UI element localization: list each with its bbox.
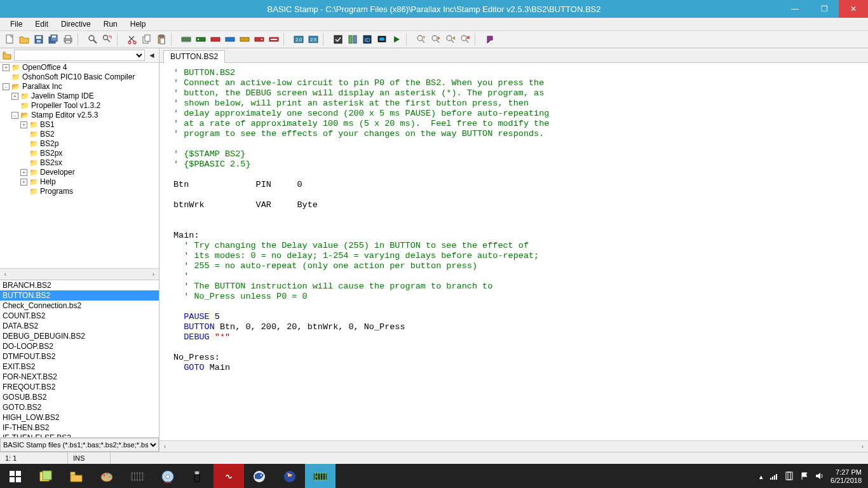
tree-expander-icon[interactable]: +: [20, 169, 27, 176]
print-icon[interactable]: [61, 32, 75, 46]
menu-run[interactable]: Run: [97, 18, 124, 30]
window-close-button[interactable]: [839, 0, 868, 18]
tab-button-bs2[interactable]: BUTTON.BS2: [163, 50, 225, 63]
file-list-item[interactable]: GOSUB.BS2: [0, 392, 159, 402]
tree-item[interactable]: +Developer: [0, 168, 159, 177]
tray-volume-icon[interactable]: [815, 471, 824, 482]
taskbar-pdf-icon[interactable]: [214, 464, 244, 488]
folder-tree[interactable]: +OpenOffice 4OshonSoft PIC10 Basic Compi…: [0, 63, 159, 268]
file-list-item[interactable]: FOR-NEXT.BS2: [0, 372, 159, 382]
file-list-item[interactable]: IF-THEN.BS2: [0, 423, 159, 433]
file-list-item[interactable]: EXIT.BS2: [0, 362, 159, 372]
editor-hscroll[interactable]: ‹›: [159, 440, 868, 452]
tree-item[interactable]: -Parallax Inc: [0, 82, 159, 92]
copy-icon[interactable]: [140, 32, 154, 46]
tree-expander-icon[interactable]: +: [3, 64, 10, 71]
tray-action-center-icon[interactable]: [785, 471, 794, 482]
tree-item[interactable]: Propeller Tool v1.3.2: [0, 101, 159, 111]
paste-icon[interactable]: [154, 32, 168, 46]
pbasic20-icon[interactable]: 2.0: [292, 32, 306, 46]
folder-path-combo[interactable]: [14, 50, 145, 61]
menu-edit[interactable]: Edit: [29, 18, 55, 30]
file-list-item[interactable]: DEBUG_DEBUGIN.BS2: [0, 331, 159, 341]
file-filter-combo[interactable]: BASIC Stamp files (*.bs1;*.bas;*.bs2;*.b…: [0, 438, 159, 452]
syntax-check-icon[interactable]: [331, 32, 345, 46]
file-list[interactable]: BRANCH.BS2BUTTON.BS2Check_Connection.bs2…: [0, 280, 159, 437]
window-maximize-button[interactable]: [810, 0, 839, 18]
bookmark-icon[interactable]: [414, 32, 428, 46]
find-replace-icon[interactable]: [100, 32, 114, 46]
find-icon[interactable]: [86, 32, 100, 46]
bookmark-prev-icon[interactable]: [444, 32, 458, 46]
tree-item[interactable]: OshonSoft PIC10 Basic Compiler: [0, 72, 159, 82]
new-file-icon[interactable]: [3, 32, 17, 46]
taskbar-basicstamp-icon[interactable]: [305, 464, 336, 488]
tray-clock[interactable]: 7:27 PM 6/21/2018: [831, 468, 862, 485]
tree-item[interactable]: BS2px: [0, 149, 159, 158]
stamp-bs2p-icon[interactable]: [238, 32, 252, 46]
bookmark-clear-icon[interactable]: [458, 32, 472, 46]
stamp-bs2-icon[interactable]: [194, 32, 208, 46]
memory-map-icon[interactable]: [346, 32, 360, 46]
tree-item[interactable]: +Help: [0, 177, 159, 187]
bookmark-next-icon[interactable]: [429, 32, 443, 46]
tree-item[interactable]: +BS1: [0, 120, 159, 130]
tree-item[interactable]: +OpenOffice 4: [0, 63, 159, 72]
identify-icon[interactable]: ID: [360, 32, 374, 46]
debug-icon[interactable]: [375, 32, 389, 46]
taskbar-thunderbird-icon[interactable]: [244, 464, 275, 488]
menu-file[interactable]: File: [4, 18, 29, 30]
run-icon[interactable]: [390, 32, 403, 46]
stamp-bs1-icon[interactable]: [179, 32, 193, 46]
tree-item[interactable]: Programs: [0, 187, 159, 196]
file-list-item[interactable]: IF-THEN-ELSE.BS2: [0, 433, 159, 437]
taskbar-infrarecorder-icon[interactable]: Infra: [153, 464, 183, 488]
tree-item[interactable]: BS2p: [0, 139, 159, 149]
tree-expander-icon[interactable]: +: [20, 179, 27, 186]
menu-directive[interactable]: Directive: [55, 18, 97, 30]
menu-help[interactable]: Help: [124, 18, 153, 30]
file-list-item[interactable]: GOTO.BS2: [0, 402, 159, 412]
tree-hscroll[interactable]: ‹›: [0, 268, 159, 280]
stamp-bs2px-icon[interactable]: [267, 32, 281, 46]
tree-item[interactable]: +Javelin Stamp IDE: [0, 92, 159, 101]
taskbar-usb-icon[interactable]: [183, 464, 214, 488]
tray-flag-icon[interactable]: [800, 471, 809, 482]
open-file-icon[interactable]: [17, 32, 31, 46]
stamp-bs2sx-icon[interactable]: [223, 32, 237, 46]
file-list-item[interactable]: BRANCH.BS2: [0, 280, 159, 290]
tree-item[interactable]: BS2sx: [0, 158, 159, 168]
file-list-item[interactable]: BUTTON.BS2: [0, 290, 159, 301]
tree-item[interactable]: BS2: [0, 130, 159, 139]
stamp-bs2pe-icon[interactable]: [252, 32, 266, 46]
file-list-item[interactable]: COUNT.BS2: [0, 311, 159, 321]
file-list-item[interactable]: Check_Connection.bs2: [0, 301, 159, 311]
file-list-item[interactable]: DTMFOUT.BS2: [0, 351, 159, 362]
save-file-icon[interactable]: [32, 32, 46, 46]
tree-expander-icon[interactable]: +: [20, 121, 27, 128]
help-icon[interactable]: [483, 32, 497, 46]
taskbar-stickynotes-icon[interactable]: [31, 464, 61, 488]
tray-hidden-icons[interactable]: ▴: [759, 473, 763, 481]
code-editor[interactable]: ' BUTTON.BS2 ' Connect an active-low cir…: [159, 63, 868, 440]
window-minimize-button[interactable]: [780, 0, 810, 18]
pbasic25-icon[interactable]: 2.5: [306, 32, 320, 46]
file-list-item[interactable]: FREQOUT.BS2: [0, 382, 159, 392]
taskbar-paint-icon[interactable]: [92, 464, 122, 488]
cut-icon[interactable]: [125, 32, 139, 46]
taskbar-chip1-icon[interactable]: [122, 464, 153, 488]
file-list-item[interactable]: DO-LOOP.BS2: [0, 341, 159, 351]
taskbar-firefox-icon[interactable]: [275, 464, 305, 488]
tree-expander-icon[interactable]: -: [11, 112, 18, 119]
tree-expander-icon[interactable]: -: [3, 83, 10, 90]
collapse-tree-icon[interactable]: ◄: [146, 50, 158, 61]
taskbar-explorer-icon[interactable]: [61, 464, 92, 488]
file-list-item[interactable]: HIGH_LOW.BS2: [0, 412, 159, 423]
tray-network-icon[interactable]: [770, 471, 778, 482]
stamp-bs2e-icon[interactable]: [208, 32, 222, 46]
save-all-icon[interactable]: [46, 32, 60, 46]
tree-expander-icon[interactable]: +: [11, 93, 18, 100]
tree-item[interactable]: -Stamp Editor v2.5.3: [0, 111, 159, 120]
file-list-item[interactable]: DATA.BS2: [0, 321, 159, 331]
start-button[interactable]: [0, 464, 31, 488]
